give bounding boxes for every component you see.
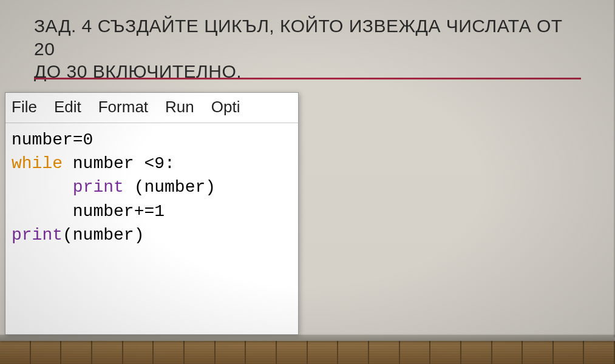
func-print-2: print — [12, 226, 63, 244]
code-line-5-rest: (number) — [63, 226, 144, 244]
code-area[interactable]: number=0 while number <9: print (number)… — [5, 123, 298, 252]
code-line-2-rest: number <9: — [63, 154, 175, 173]
code-line-1: number=0 — [12, 130, 93, 149]
title-line-1: ЗАД. 4 СЪЗДАЙТЕ ЦИКЪЛ, КОЙТО ИЗВЕЖДА ЧИС… — [34, 15, 581, 60]
menu-run[interactable]: Run — [165, 98, 194, 116]
menubar: File Edit Format Run Opti — [5, 93, 298, 123]
menu-edit[interactable]: Edit — [54, 98, 81, 116]
code-editor-window: File Edit Format Run Opti number=0 while… — [5, 92, 299, 335]
menu-file[interactable]: File — [12, 98, 37, 116]
menu-options-truncated[interactable]: Opti — [211, 98, 240, 116]
baseboard — [0, 335, 615, 341]
func-print-1: print — [73, 178, 124, 197]
code-line-3-rest: (number) — [124, 178, 216, 197]
title-divider — [34, 78, 581, 79]
code-line-4: number+=1 — [12, 202, 165, 221]
slide-title: ЗАД. 4 СЪЗДАЙТЕ ЦИКЪЛ, КОЙТО ИЗВЕЖДА ЧИС… — [34, 15, 581, 83]
code-line-3-indent — [12, 178, 73, 197]
keyword-while: while — [12, 154, 63, 173]
floor — [0, 337, 615, 364]
menu-format[interactable]: Format — [98, 98, 148, 116]
